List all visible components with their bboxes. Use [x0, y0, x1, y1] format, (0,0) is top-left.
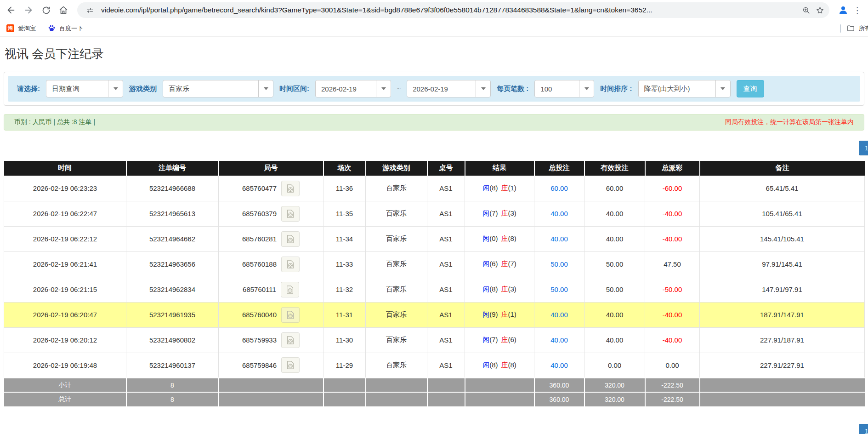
total-bet-link[interactable]: 40.00 [550, 336, 568, 344]
video-replay-button[interactable] [281, 357, 300, 373]
banker-label: 庄 [501, 361, 508, 369]
banker-label: 庄 [501, 184, 508, 192]
video-replay-button[interactable] [281, 332, 300, 348]
reload-button[interactable] [38, 2, 54, 18]
search-button[interactable]: 查询 [737, 80, 764, 97]
col-game-type: 游戏类别 [366, 161, 427, 176]
total-valid-bet: 320.00 [584, 392, 645, 406]
date-from-select[interactable]: 2026-02-19 [315, 80, 391, 97]
video-replay-button[interactable] [281, 282, 299, 297]
home-button[interactable] [55, 2, 72, 18]
payout: -40.00 [645, 302, 700, 327]
zoom-icon[interactable] [799, 3, 813, 17]
total-bet-link[interactable]: 40.00 [550, 361, 568, 369]
date-to-select[interactable]: 2026-02-19 [407, 80, 491, 97]
profile-icon[interactable] [835, 2, 851, 18]
total-bet-link[interactable]: 60.00 [550, 184, 568, 192]
site-settings-icon[interactable] [83, 3, 96, 17]
table-row: 2026-02-19 06:19:48 523214960137 6857598… [4, 353, 865, 378]
result-cell: 闲(6)庄(7) [465, 251, 534, 277]
forward-button[interactable] [20, 2, 37, 18]
total-bet-link[interactable]: 40.00 [550, 311, 568, 319]
session: 11-35 [323, 201, 366, 226]
valid-bet: 40.00 [584, 201, 645, 226]
total-bet-link[interactable]: 40.00 [550, 235, 568, 243]
page-button-1[interactable]: 1 [859, 141, 868, 155]
table-header: 时间 注单编号 局号 场次 游戏类别 桌号 结果 总投注 有效投注 总派彩 备注 [4, 161, 865, 176]
table-row: 2026-02-19 06:20:12 523214960802 6857599… [4, 327, 865, 353]
page-button-1[interactable]: 1 [859, 424, 868, 434]
video-replay-button[interactable] [281, 181, 300, 196]
chevron-down-icon [579, 80, 594, 97]
session: 11-29 [323, 353, 366, 378]
table-no: AS1 [427, 302, 465, 327]
table-row: 2026-02-19 06:21:15 523214962834 6857601… [4, 277, 865, 302]
reload-icon [41, 6, 51, 15]
player-score: (6) [489, 260, 498, 268]
game-type-label: 游戏类别 [129, 85, 157, 93]
player-score: (9) [489, 310, 498, 318]
payout: -50.00 [645, 277, 700, 302]
session: 11-34 [323, 226, 366, 251]
banker-score: (7) [508, 260, 516, 268]
round-id: 685759846 [242, 361, 277, 369]
banker-score: (6) [508, 336, 516, 343]
url-bar[interactable]: videoie.com/ipl/portal.php/game/betrecor… [77, 2, 829, 18]
bookmarks-bar: 淘 爱淘宝 百度一下 所有书签 [0, 20, 868, 37]
sort-label: 时间排序 : [600, 85, 632, 93]
game-type-select[interactable]: 百家乐 [163, 80, 273, 97]
page-size-value: 100 [535, 80, 579, 97]
result-cell: 闲(9)庄(1) [465, 302, 534, 327]
folder-icon [846, 24, 855, 33]
date-range-label: 时间区间: [279, 85, 309, 93]
bookmark-baidu[interactable]: 百度一下 [48, 24, 83, 33]
page-size-select[interactable]: 100 [534, 80, 594, 97]
bet-time: 2026-02-19 06:20:47 [4, 302, 126, 327]
video-replay-button[interactable] [281, 307, 300, 323]
query-type-select[interactable]: 日期查询 [46, 80, 123, 97]
table-no: AS1 [427, 176, 465, 201]
all-bookmarks-button[interactable]: 所有书签 [846, 24, 868, 33]
sort-select[interactable]: 降幂(由大到小) [638, 80, 731, 97]
back-icon [6, 5, 16, 15]
player-label: 闲 [482, 260, 489, 268]
bet-id: 523214965613 [126, 201, 219, 226]
kebab-menu-icon[interactable]: ⋮ [852, 2, 862, 18]
total-bet-link[interactable]: 50.00 [550, 286, 568, 293]
video-replay-button[interactable] [281, 257, 300, 272]
bookmark-aitaobao[interactable]: 淘 爱淘宝 [6, 24, 36, 33]
bet-id: 523214960802 [126, 327, 219, 353]
round-cell: 685760477 [219, 176, 323, 201]
session: 11-36 [323, 176, 366, 201]
bet-records-table: 时间 注单编号 局号 场次 游戏类别 桌号 结果 总投注 有效投注 总派彩 备注… [4, 161, 865, 406]
sort-value: 降幂(由大到小) [639, 80, 715, 97]
video-replay-button[interactable] [281, 231, 300, 247]
video-replay-button[interactable] [281, 206, 300, 222]
bookmarks-divider [840, 24, 841, 33]
round-id: 685760281 [242, 235, 277, 243]
banker-label: 庄 [501, 336, 508, 343]
game-type: 百家乐 [366, 176, 427, 201]
player-score: (8) [489, 285, 498, 293]
back-button[interactable] [3, 2, 19, 18]
banker-score: (8) [508, 234, 516, 242]
valid-bet: 50.00 [584, 277, 645, 302]
chevron-down-icon [108, 80, 123, 97]
banker-label: 庄 [501, 260, 508, 268]
player-label: 闲 [482, 184, 489, 192]
star-icon[interactable] [813, 3, 827, 17]
date-from-value: 2026-02-19 [316, 80, 376, 97]
total-bet-link[interactable]: 40.00 [550, 210, 568, 217]
total-bet-link[interactable]: 50.00 [550, 260, 568, 268]
total-bet-cell: 40.00 [534, 327, 584, 353]
banker-label: 庄 [501, 310, 508, 318]
taobao-icon: 淘 [6, 24, 14, 32]
date-separator: ~ [397, 85, 401, 92]
player-score: (7) [489, 209, 498, 217]
game-type: 百家乐 [366, 327, 427, 353]
remark: 105.41/65.41 [700, 201, 865, 226]
remark: 65.41/5.41 [700, 176, 865, 201]
round-id: 685760111 [243, 286, 276, 293]
col-payout: 总派彩 [645, 161, 700, 176]
player-label: 闲 [482, 336, 489, 343]
